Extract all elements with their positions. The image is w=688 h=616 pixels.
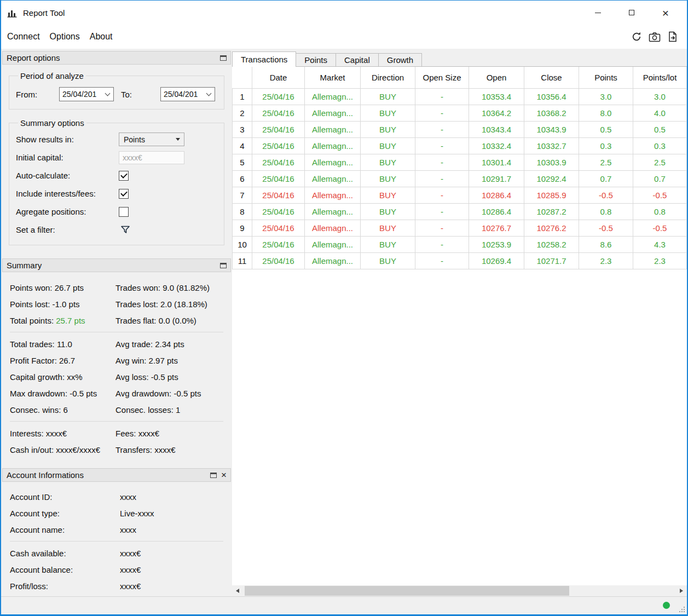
period-row: From: 25/04/201 To: 25/04/201: [15, 83, 218, 103]
panel-title: Account Informations: [7, 470, 84, 480]
table-header-row: DateMarketDirectionOpen SizeOpenClosePoi…: [233, 67, 687, 88]
tab-capital[interactable]: Capital: [336, 53, 379, 66]
table-cell: -0.5: [633, 187, 687, 203]
row-number: 3: [233, 121, 252, 137]
column-header-direction[interactable]: Direction: [361, 67, 415, 88]
show-results-label: Show results in:: [16, 135, 119, 144]
table-cell: 4.0: [633, 105, 687, 121]
column-header-open-size[interactable]: Open Size: [415, 67, 469, 88]
initial-capital-input[interactable]: [119, 151, 184, 164]
account-field-value: xxxx€: [120, 549, 141, 558]
row-number: 6: [233, 170, 252, 187]
menu-item-options[interactable]: Options: [45, 28, 85, 45]
table-row[interactable]: 125/04/16Allemagn...BUY-10353.410356.43.…: [233, 88, 687, 105]
table-cell: 0.5: [633, 121, 687, 137]
float-panel-icon[interactable]: [220, 263, 227, 268]
account-row: Account balance:xxxx€: [10, 561, 223, 578]
table-cell: 0.5: [579, 121, 633, 137]
table-cell: -: [415, 170, 469, 187]
summary-stat: Consec. wins: 6: [10, 405, 115, 414]
summary-row: Points lost: -1.0 ptsTrades lost: 2.0 (1…: [10, 296, 223, 312]
summary-row: Profit Factor: 26.7Avg win: 2.97 pts: [10, 352, 223, 369]
scrollbar-track[interactable]: [243, 585, 676, 596]
column-header-points-lot[interactable]: Points/lot: [633, 67, 687, 88]
table-row[interactable]: 225/04/16Allemagn...BUY-10364.210368.28.…: [233, 105, 687, 121]
account-field-label: Account balance:: [10, 565, 120, 574]
tab-growth[interactable]: Growth: [379, 53, 422, 66]
table-cell: 3.0: [579, 88, 633, 105]
float-panel-icon[interactable]: [220, 55, 227, 61]
panel-title: Summary: [7, 261, 42, 270]
table-cell: 10291.7: [469, 170, 524, 187]
column-header-date[interactable]: Date: [252, 67, 305, 88]
column-header-points[interactable]: Points: [579, 67, 633, 88]
table-cell: -0.5: [579, 187, 633, 203]
table-row[interactable]: 1125/04/16Allemagn...BUY-10269.410271.72…: [233, 252, 687, 269]
summary-stat: Consec. losses: 1: [115, 405, 180, 414]
refresh-icon[interactable]: [630, 30, 643, 43]
auto-calculate-checkbox[interactable]: [119, 171, 129, 181]
column-header-open[interactable]: Open: [469, 67, 524, 88]
table-row[interactable]: 1025/04/16Allemagn...BUY-10253.910258.28…: [233, 236, 687, 252]
summary-stat: Max drawdown: -0.5 pts: [10, 389, 115, 398]
scroll-left-button[interactable]: [232, 585, 243, 596]
table-row[interactable]: 925/04/16Allemagn...BUY-10276.710276.2-0…: [233, 220, 687, 236]
summary-stat: Points won: 26.7 pts: [10, 283, 115, 292]
summary-row: Interests: xxxx€Fees: xxxx€: [10, 425, 223, 441]
maximize-button[interactable]: [615, 1, 649, 25]
panel-title: Report options: [7, 53, 60, 62]
table-cell: Allemagn...: [305, 220, 361, 236]
to-label: To:: [121, 90, 160, 99]
column-header-market[interactable]: Market: [305, 67, 361, 88]
horizontal-scrollbar[interactable]: [232, 585, 687, 596]
to-date-select[interactable]: 25/04/201: [160, 87, 215, 101]
table-row[interactable]: 725/04/16Allemagn...BUY-10286.410285.9-0…: [233, 187, 687, 203]
table-cell: 10343.9: [524, 121, 579, 137]
table-cell: Allemagn...: [305, 252, 361, 269]
summary-separator: [10, 421, 223, 422]
account-informations-header: Account Informations ×: [2, 468, 231, 482]
close-panel-icon[interactable]: ×: [221, 470, 227, 480]
table-cell: Allemagn...: [305, 154, 361, 170]
camera-icon[interactable]: [648, 30, 661, 43]
table-cell: 10276.7: [469, 220, 524, 236]
table-cell: 0.8: [579, 203, 633, 220]
aggregate-positions-checkbox[interactable]: [119, 207, 129, 217]
float-panel-icon[interactable]: [210, 473, 217, 478]
tab-points[interactable]: Points: [296, 53, 336, 66]
table-row[interactable]: 625/04/16Allemagn...BUY-10291.710292.40.…: [233, 170, 687, 187]
table-cell: 2.3: [579, 252, 633, 269]
include-interests-checkbox[interactable]: [119, 189, 129, 199]
scrollbar-thumb[interactable]: [245, 586, 569, 596]
filter-icon[interactable]: [119, 223, 132, 237]
summary-row: Points won: 26.7 ptsTrades won: 9.0 (81.…: [10, 279, 223, 296]
export-report-icon[interactable]: [666, 30, 679, 43]
table-cell: -0.5: [633, 220, 687, 236]
close-button[interactable]: ×: [649, 1, 683, 25]
table-cell: BUY: [361, 236, 415, 252]
account-row: Account ID:xxxx: [10, 488, 223, 505]
row-number: 8: [233, 203, 252, 220]
connection-status-dot: [663, 602, 670, 609]
table-row[interactable]: 825/04/16Allemagn...BUY-10286.410287.20.…: [233, 203, 687, 220]
set-filter-row: Set a filter:: [15, 221, 218, 238]
summary-stat: Points lost: -1.0 pts: [10, 300, 115, 309]
groupbox-title: Period of analyze: [18, 71, 86, 80]
from-date-select[interactable]: 25/04/201: [59, 87, 114, 101]
include-interests-row: Include interests/fees:: [15, 185, 218, 202]
table-cell: 10286.4: [469, 187, 524, 203]
menu-item-about[interactable]: About: [85, 28, 118, 45]
resize-grip[interactable]: [678, 606, 686, 613]
tab-transactions[interactable]: Transactions: [232, 51, 296, 67]
table-row[interactable]: 325/04/16Allemagn...BUY-10343.410343.90.…: [233, 121, 687, 137]
table-row[interactable]: 525/04/16Allemagn...BUY-10301.410303.92.…: [233, 154, 687, 170]
menu-item-connect[interactable]: Connect: [2, 28, 45, 45]
minimize-button[interactable]: [581, 1, 615, 25]
table-cell: 10258.2: [524, 236, 579, 252]
table-cell: 25/04/16: [252, 220, 305, 236]
show-results-select[interactable]: Points: [119, 133, 184, 146]
summary-stat: Total trades: 11.0: [10, 339, 115, 349]
table-row[interactable]: 425/04/16Allemagn...BUY-10332.410332.70.…: [233, 137, 687, 154]
scroll-right-button[interactable]: [676, 585, 687, 596]
column-header-close[interactable]: Close: [524, 67, 579, 88]
